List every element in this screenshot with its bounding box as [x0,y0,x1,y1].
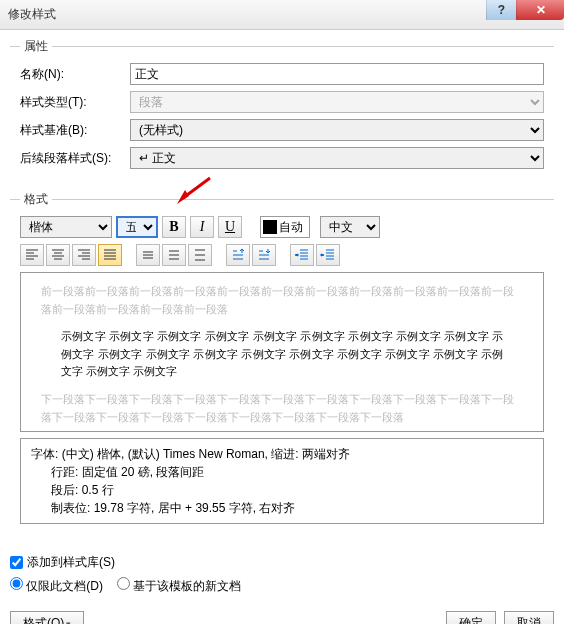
spacing-15-button[interactable] [162,244,186,266]
help-button[interactable]: ? [486,0,516,20]
titlebar: 修改样式 ? ✕ [0,0,564,30]
only-doc-radio-label[interactable]: 仅限此文档(D) [10,577,103,595]
spacing-1-button[interactable] [136,244,160,266]
align-center-button[interactable] [46,244,70,266]
preview-pane: 前一段落前一段落前一段落前一段落前一段落前一段落前一段落前一段落前一段落前一段落… [20,272,544,432]
color-select[interactable]: 自动 [260,216,310,238]
preview-before: 前一段落前一段落前一段落前一段落前一段落前一段落前一段落前一段落前一段落前一段落… [41,283,523,318]
space-before-inc-button[interactable] [226,244,250,266]
close-button[interactable]: ✕ [516,0,564,20]
name-label: 名称(N): [20,66,130,83]
only-doc-radio[interactable] [10,577,23,590]
name-input[interactable] [130,63,544,85]
based-tpl-radio[interactable] [117,577,130,590]
properties-legend: 属性 [20,38,52,55]
align-justify-button[interactable] [98,244,122,266]
lang-select[interactable]: 中文 [320,216,380,238]
font-select[interactable]: 楷体 [20,216,112,238]
dialog-title: 修改样式 [8,6,56,23]
format-legend: 格式 [20,191,52,208]
bold-button[interactable]: B [162,216,186,238]
cancel-button[interactable]: 取消 [504,611,554,624]
desc-line-1: 字体: (中文) 楷体, (默认) Times New Roman, 缩进: 两… [31,445,533,463]
space-before-dec-button[interactable] [252,244,276,266]
description-box: 字体: (中文) 楷体, (默认) Times New Roman, 缩进: 两… [20,438,544,524]
base-label: 样式基准(B): [20,122,130,139]
add-to-lib-label: 添加到样式库(S) [27,554,115,571]
preview-sample: 示例文字 示例文字 示例文字 示例文字 示例文字 示例文字 示例文字 示例文字 … [41,328,523,381]
size-select[interactable]: 五号 [116,216,158,238]
indent-dec-button[interactable] [290,244,314,266]
desc-line-2: 行距: 固定值 20 磅, 段落间距 [31,463,533,481]
format-group: 格式 楷体 五号 B I U 自动 中文 前一段落前一段落前一段落前一段落前一段… [10,191,554,534]
desc-line-4: 制表位: 19.78 字符, 居中 + 39.55 字符, 右对齐 [31,499,533,517]
align-left-button[interactable] [20,244,44,266]
preview-after: 下一段落下一段落下一段落下一段落下一段落下一段落下一段落下一段落下一段落下一段落… [41,391,523,426]
properties-group: 属性 名称(N): 样式类型(T): 段落 样式基准(B): (无样式) 后续段… [10,38,554,185]
ok-button[interactable]: 确定 [446,611,496,624]
based-tpl-radio-label[interactable]: 基于该模板的新文档 [117,577,241,595]
spacing-2-button[interactable] [188,244,212,266]
italic-button[interactable]: I [190,216,214,238]
type-label: 样式类型(T): [20,94,130,111]
add-to-lib-checkbox[interactable] [10,556,23,569]
underline-button[interactable]: U [218,216,242,238]
indent-inc-button[interactable] [316,244,340,266]
desc-line-3: 段后: 0.5 行 [31,481,533,499]
type-select: 段落 [130,91,544,113]
base-select[interactable]: (无样式) [130,119,544,141]
align-right-button[interactable] [72,244,96,266]
next-label: 后续段落样式(S): [20,150,130,167]
format-menu-button[interactable]: 格式(O) [10,611,84,624]
next-select[interactable]: ↵ 正文 [130,147,544,169]
